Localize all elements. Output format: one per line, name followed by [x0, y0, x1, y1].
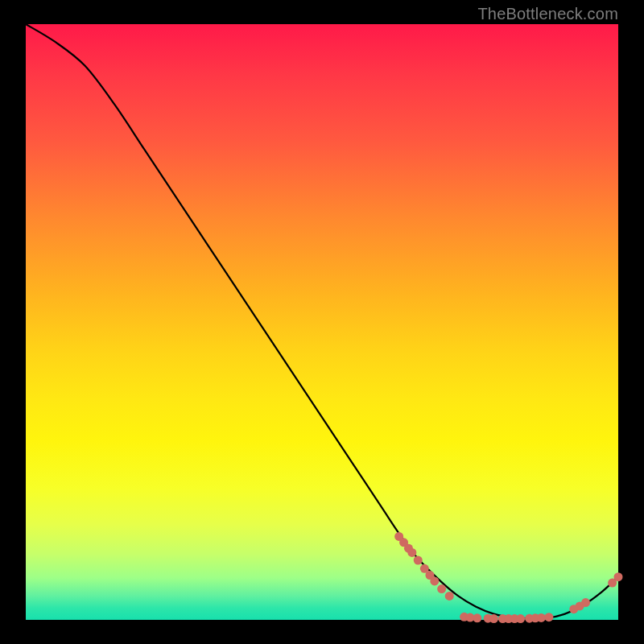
watermark-text: TheBottleneck.com	[477, 5, 618, 23]
data-marker	[544, 613, 553, 621]
data-marker	[407, 548, 416, 557]
bottleneck-curve	[26, 24, 618, 619]
plot-area	[26, 24, 618, 620]
data-marker	[581, 598, 590, 607]
data-marker	[537, 613, 546, 622]
data-marker	[516, 614, 525, 623]
data-marker	[614, 572, 623, 581]
data-marker	[473, 613, 481, 622]
data-marker	[489, 614, 498, 623]
curve-layer	[26, 24, 618, 620]
data-marker	[430, 576, 439, 585]
marker-group	[394, 532, 622, 623]
data-marker	[445, 592, 454, 601]
chart-stage: TheBottleneck.com	[0, 0, 644, 644]
data-marker	[437, 584, 446, 593]
data-marker	[414, 556, 423, 565]
